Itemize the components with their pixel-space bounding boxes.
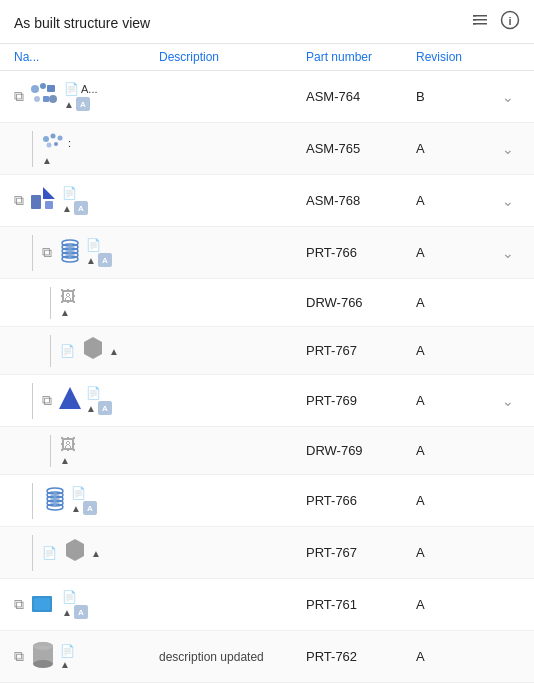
tree-line bbox=[32, 483, 33, 519]
cylinder-icon bbox=[29, 640, 57, 673]
copy-icon: ⧉ bbox=[14, 596, 24, 613]
table-row[interactable]: 📄 ▲ PRT-767 A bbox=[0, 527, 534, 579]
svg-point-15 bbox=[51, 134, 56, 139]
pin-icon: ▲ bbox=[42, 155, 52, 166]
revision: A bbox=[416, 245, 496, 260]
col-part-number: Part number bbox=[306, 50, 416, 64]
badge-a: A bbox=[74, 201, 88, 215]
tree-line bbox=[32, 235, 33, 271]
expand-icon[interactable]: ⌄ bbox=[496, 393, 520, 409]
svg-rect-3 bbox=[473, 15, 476, 17]
table-row[interactable]: ⧉ 📄 ▲ de bbox=[0, 631, 534, 683]
revision: A bbox=[416, 545, 496, 560]
doc-icon: 📄 bbox=[60, 644, 75, 658]
tree-line bbox=[32, 383, 33, 419]
copy-icon: ⧉ bbox=[14, 192, 24, 209]
dots-icon bbox=[42, 131, 66, 154]
table-row[interactable]: ⧉ 📄 ▲ A PRT-769 A bbox=[0, 375, 534, 427]
spring-icon2 bbox=[42, 485, 68, 516]
table-row[interactable]: ⧉ 📄 ▲ A bbox=[0, 227, 534, 279]
assembly-icon bbox=[29, 81, 61, 112]
pin-icon: ▲ bbox=[109, 346, 119, 357]
doc-icon: 📄 bbox=[86, 386, 101, 400]
expand-icon[interactable]: ⌄ bbox=[496, 141, 520, 157]
col-description: Description bbox=[159, 50, 306, 64]
table-row[interactable]: ⧉ 📄 ▲ A bbox=[0, 175, 534, 227]
rows-container: ⧉ 📄 A... bbox=[0, 71, 534, 684]
header-actions: i bbox=[470, 10, 520, 35]
copy-icon: ⧉ bbox=[42, 392, 52, 409]
doc-icon: 📄 bbox=[71, 486, 86, 500]
svg-point-14 bbox=[43, 136, 49, 142]
table-row[interactable]: 🖼 ▲ DRW-769 A bbox=[0, 427, 534, 475]
part-number: PRT-761 bbox=[306, 597, 416, 612]
tree-line bbox=[32, 535, 33, 571]
part-number: ASM-765 bbox=[306, 141, 416, 156]
svg-rect-10 bbox=[47, 85, 55, 92]
drawing-icon: 🖼 bbox=[60, 288, 76, 306]
expand-icon[interactable]: ⌄ bbox=[496, 245, 520, 261]
triangle-blue-icon bbox=[57, 385, 83, 416]
pin-icon: ▲ bbox=[91, 548, 101, 559]
drawing-icon: 🖼 bbox=[60, 436, 76, 454]
revision: A bbox=[416, 393, 496, 408]
table-row[interactable]: ⧉ 📄 ▲ A PRT-761 bbox=[0, 579, 534, 631]
part-number: PRT-769 bbox=[306, 393, 416, 408]
pin-icon: ▲ bbox=[86, 255, 96, 266]
table-row[interactable]: 📄 ▲ PRT-767 A bbox=[0, 327, 534, 375]
description: description updated bbox=[159, 650, 306, 664]
pin-icon: ▲ bbox=[60, 307, 70, 318]
doc-icon-sm2: 📄 bbox=[42, 546, 57, 560]
header: As built structure view i bbox=[0, 0, 534, 44]
copy-icon: ⧉ bbox=[42, 244, 52, 261]
svg-rect-12 bbox=[43, 96, 49, 102]
part-number: ASM-764 bbox=[306, 89, 416, 104]
svg-point-33 bbox=[47, 504, 63, 510]
revision: A bbox=[416, 295, 496, 310]
revision: A bbox=[416, 649, 496, 664]
tree-line bbox=[50, 335, 51, 367]
column-headers: Na... Description Part number Revision bbox=[0, 44, 534, 71]
svg-point-26 bbox=[62, 256, 78, 262]
part-number: ASM-768 bbox=[306, 193, 416, 208]
part-number: DRW-766 bbox=[306, 295, 416, 310]
revision: A bbox=[416, 193, 496, 208]
badge-a: A bbox=[76, 97, 90, 111]
spring-icon bbox=[57, 237, 83, 268]
svg-marker-27 bbox=[84, 337, 102, 359]
table-row[interactable]: 📄 ▲ A PRT-766 A bbox=[0, 475, 534, 527]
doc-icon: 📄 bbox=[64, 82, 79, 96]
blue-box-icon bbox=[29, 589, 59, 620]
svg-rect-36 bbox=[34, 598, 50, 610]
list-icon[interactable] bbox=[470, 10, 490, 35]
table-row[interactable]: : ▲ ASM-765 A ⌄ bbox=[0, 123, 534, 175]
expand-icon[interactable]: ⌄ bbox=[496, 89, 520, 105]
col-name: Na... bbox=[14, 50, 159, 64]
svg-rect-5 bbox=[473, 23, 476, 25]
doc-icon: 📄 bbox=[86, 238, 101, 252]
revision: A bbox=[416, 141, 496, 156]
doc-icon: 📄 bbox=[62, 590, 77, 604]
svg-point-39 bbox=[33, 660, 53, 668]
copy-icon: ⧉ bbox=[14, 88, 24, 105]
svg-text:i: i bbox=[508, 15, 511, 27]
name-text: A... bbox=[81, 83, 98, 95]
part-number: PRT-767 bbox=[306, 343, 416, 358]
hex-icon2 bbox=[62, 537, 88, 568]
part-number: PRT-766 bbox=[306, 245, 416, 260]
svg-point-13 bbox=[49, 95, 57, 103]
table-row[interactable]: ⧉ 📄 A... bbox=[0, 71, 534, 123]
pin-icon: ▲ bbox=[71, 503, 81, 514]
svg-rect-4 bbox=[473, 19, 476, 21]
part-number: PRT-766 bbox=[306, 493, 416, 508]
svg-rect-21 bbox=[45, 201, 53, 209]
hex-icon bbox=[80, 335, 106, 366]
tree-line bbox=[32, 131, 33, 167]
svg-marker-28 bbox=[59, 387, 81, 409]
expand-icon[interactable]: ⌄ bbox=[496, 193, 520, 209]
name-colon: : bbox=[68, 137, 71, 149]
table-row[interactable]: 🖼 ▲ DRW-766 A bbox=[0, 279, 534, 327]
info-icon[interactable]: i bbox=[500, 10, 520, 35]
svg-marker-34 bbox=[66, 539, 84, 561]
revision: A bbox=[416, 443, 496, 458]
